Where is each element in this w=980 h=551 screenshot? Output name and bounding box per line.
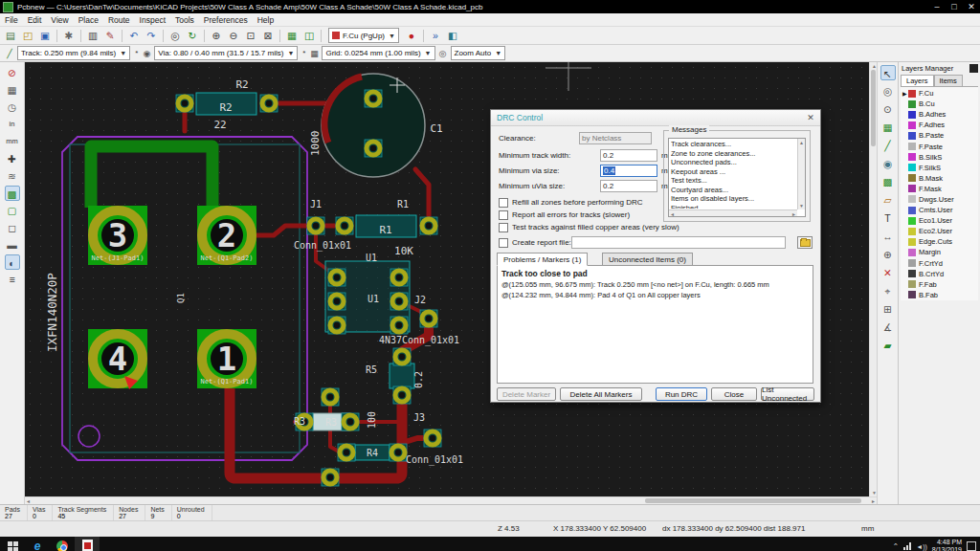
- report-all-errors-checkbox[interactable]: [499, 210, 508, 220]
- scroll-right-arrow[interactable]: ►: [791, 210, 796, 217]
- menu-preferences[interactable]: Preferences: [199, 15, 253, 25]
- dialog-close-button[interactable]: ✕: [803, 113, 818, 122]
- menu-tools[interactable]: Tools: [170, 15, 199, 25]
- units-mm-icon[interactable]: mm: [5, 134, 20, 149]
- redo-icon[interactable]: ↷: [144, 28, 159, 43]
- layers-manager-toggle-icon[interactable]: ≡: [5, 272, 20, 287]
- layer-row-edge-cuts[interactable]: Edge.Cuts: [901, 236, 978, 247]
- taskbar-kicad-button[interactable]: [75, 537, 100, 551]
- zoom-out-icon[interactable]: ⊖: [226, 28, 241, 43]
- layer-select-dropdown[interactable]: F.Cu (PgUp) ▼: [328, 28, 399, 43]
- layer-row-f-crtyd[interactable]: F.CrtYd: [901, 258, 978, 269]
- new-board-icon[interactable]: ▤: [3, 28, 18, 43]
- pads-sketch-icon[interactable]: ◻: [5, 220, 20, 235]
- polar-coords-icon[interactable]: ◷: [5, 99, 20, 115]
- layer-color-swatch[interactable]: [908, 291, 916, 298]
- layer-color-swatch[interactable]: [908, 207, 916, 214]
- panel-dock-button[interactable]: [969, 64, 978, 73]
- add-via-tool-icon[interactable]: ◉: [880, 156, 896, 171]
- list-unconnected-button[interactable]: List Unconnected: [761, 387, 814, 401]
- network-icon[interactable]: [903, 542, 911, 550]
- problems-list[interactable]: Track too close to pad @(125.055 mm, 96.…: [497, 265, 813, 384]
- find-icon[interactable]: ◎: [167, 28, 183, 43]
- vertical-scrollbar[interactable]: ▲ ▼: [869, 62, 877, 496]
- menu-place[interactable]: Place: [74, 15, 103, 25]
- layer-color-swatch[interactable]: [908, 90, 916, 98]
- layer-row-b-silks[interactable]: B.SilkS: [901, 152, 978, 163]
- messages-vscrollbar[interactable]: ▲ ▼: [797, 139, 805, 209]
- drc-dialog-titlebar[interactable]: DRC Control ✕: [491, 110, 820, 126]
- add-target-tool-icon[interactable]: ⊕: [880, 247, 896, 262]
- capacitor-c1[interactable]: [322, 74, 425, 177]
- zone-filled-icon[interactable]: ▩: [5, 186, 20, 201]
- taskbar-chrome-button[interactable]: [50, 537, 75, 551]
- drill-origin-tool-icon[interactable]: ⌖: [880, 283, 896, 298]
- grid-size-dropdown[interactable]: Grid: 0.0254 mm (1.00 mils) ▼: [322, 46, 434, 60]
- layer-color-swatch[interactable]: [908, 195, 916, 203]
- local-ratsnest-tool-icon[interactable]: ⊙: [880, 101, 896, 117]
- browse-folder-button[interactable]: [797, 236, 813, 249]
- layer-row-b-crtyd[interactable]: B.CrtYd: [901, 269, 978, 279]
- test-filled-areas-checkbox[interactable]: [499, 223, 508, 232]
- layer-color-swatch[interactable]: [908, 174, 916, 182]
- delete-tool-icon[interactable]: ✕: [880, 265, 896, 280]
- notification-center-icon[interactable]: [967, 541, 976, 551]
- layer-color-swatch[interactable]: [908, 238, 916, 246]
- menu-view[interactable]: View: [46, 15, 73, 25]
- scroll-up-arrow[interactable]: ▲: [799, 139, 804, 146]
- add-dimension-tool-icon[interactable]: ↔: [880, 229, 896, 244]
- via-size-dropdown[interactable]: Via: 0.80 / 0.40 mm (31.5 / 15.7 mils) ▼: [154, 46, 298, 60]
- messages-hscrollbar[interactable]: ◄ ►: [669, 209, 797, 216]
- drc-check-icon[interactable]: ●: [404, 28, 419, 43]
- add-zone-tool-icon[interactable]: ▩: [880, 174, 896, 189]
- delete-marker-button[interactable]: Delete Marker: [497, 387, 556, 401]
- layer-row-f-silks[interactable]: F.SilkS: [901, 163, 978, 173]
- clock[interactable]: 4:48 PM 8/13/2019: [932, 539, 962, 551]
- scroll-down-arrow[interactable]: ▼: [872, 489, 877, 496]
- route-track-tool-icon[interactable]: ╱: [880, 138, 896, 153]
- add-keepout-tool-icon[interactable]: ▱: [880, 192, 896, 208]
- layer-row-f-cu[interactable]: ▶F.Cu: [901, 88, 978, 99]
- mounting-hole[interactable]: [78, 426, 100, 447]
- add-text-tool-icon[interactable]: T: [880, 210, 896, 226]
- min-uvia-size-field[interactable]: 0.2: [600, 180, 657, 192]
- layer-color-swatch[interactable]: [908, 228, 916, 235]
- taskbar-edge-button[interactable]: e: [25, 537, 50, 551]
- layer-color-swatch[interactable]: [908, 185, 916, 192]
- 3d-viewer-icon[interactable]: ◧: [445, 28, 460, 43]
- scroll-left-arrow[interactable]: ◄: [670, 210, 675, 217]
- units-inch-icon[interactable]: in: [5, 117, 20, 132]
- layer-color-swatch[interactable]: [908, 259, 916, 267]
- footprint-editor-icon[interactable]: ▦: [284, 28, 300, 43]
- layer-row-b-paste[interactable]: B.Paste: [901, 130, 978, 141]
- layer-color-swatch[interactable]: [908, 270, 916, 277]
- layer-row-margin[interactable]: Margin: [901, 247, 978, 257]
- open-board-icon[interactable]: ◰: [20, 28, 35, 43]
- layer-color-swatch[interactable]: [908, 143, 916, 150]
- layer-row-f-paste[interactable]: F.Paste: [901, 141, 978, 151]
- maximize-button[interactable]: □: [946, 0, 963, 13]
- close-dialog-button[interactable]: Close: [711, 387, 757, 401]
- zoom-fit-icon[interactable]: ⊡: [243, 28, 258, 43]
- volume-icon[interactable]: ◄)): [916, 543, 927, 550]
- layer-row-eco1-user[interactable]: Eco1.User: [901, 215, 978, 226]
- layer-color-swatch[interactable]: [908, 153, 916, 161]
- layer-row-b-adhes[interactable]: B.Adhes: [901, 109, 978, 120]
- tab-problems-markers[interactable]: Problems / Markers (1): [497, 253, 588, 266]
- layer-row-f-fab[interactable]: F.Fab: [901, 279, 978, 290]
- menu-inspect[interactable]: Inspect: [135, 15, 170, 25]
- scripting-console-icon[interactable]: »: [428, 28, 443, 43]
- minimize-button[interactable]: –: [928, 0, 946, 13]
- layer-color-swatch[interactable]: [908, 164, 916, 171]
- report-file-field[interactable]: [571, 236, 786, 249]
- min-via-size-field[interactable]: 0.4: [600, 165, 657, 177]
- menu-help[interactable]: Help: [253, 15, 278, 25]
- plot-icon[interactable]: ✎: [102, 28, 118, 43]
- ratsnest-icon[interactable]: ≋: [5, 168, 20, 184]
- layer-color-swatch[interactable]: [908, 217, 916, 225]
- zoom-in-icon[interactable]: ⊕: [209, 28, 224, 43]
- tracks-sketch-icon[interactable]: ▬: [5, 237, 20, 253]
- scroll-up-arrow[interactable]: ▲: [872, 62, 877, 70]
- layer-color-swatch[interactable]: [908, 280, 916, 288]
- layer-color-swatch[interactable]: [908, 121, 916, 129]
